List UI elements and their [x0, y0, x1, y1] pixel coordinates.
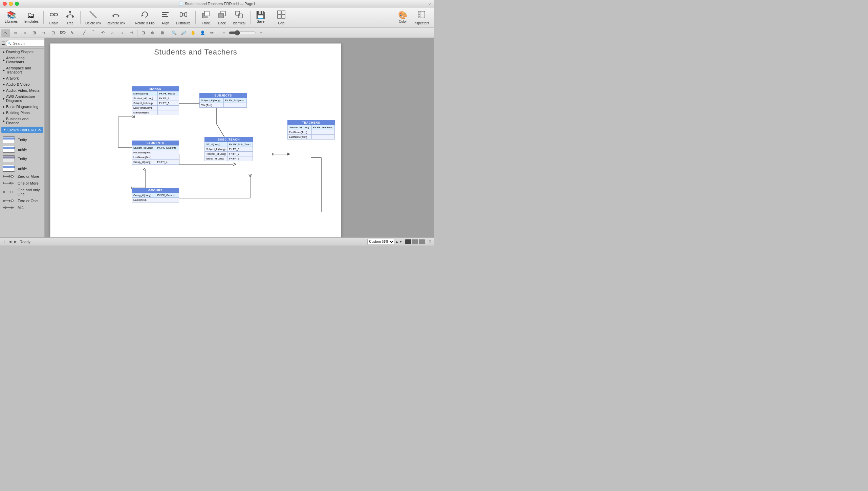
templates-button[interactable]: 🗂 Templates — [21, 8, 41, 27]
zoom-up-icon[interactable]: ▲ — [395, 240, 398, 243]
shape-entity-3[interactable]: Entity — [1, 154, 43, 164]
zoom-in-btn[interactable]: + — [257, 29, 265, 37]
zoom-select[interactable]: Custom 61% 100% 75% 50% 25% Fit Page — [367, 239, 394, 245]
line-tool[interactable]: ╱ — [80, 29, 88, 37]
chain-button[interactable]: Chain — [46, 8, 61, 27]
pause-btn[interactable]: ⏸ — [3, 240, 6, 243]
front-button[interactable]: Front — [198, 8, 213, 27]
delete-link-button[interactable]: Delete link — [83, 8, 103, 27]
ortho-tool[interactable]: ⊣ — [127, 29, 136, 37]
crop-tool[interactable]: ⊡ — [49, 29, 58, 37]
shape-zero-or-more[interactable]: Zero or More — [1, 173, 43, 180]
next-btn[interactable]: ▶ — [14, 240, 17, 243]
color-button[interactable]: 🎨 Color — [395, 8, 410, 27]
undo-tool[interactable]: ↶ — [99, 29, 107, 37]
arc-tool[interactable]: ⌓ — [108, 29, 117, 37]
svg-rect-25 — [238, 14, 242, 18]
sidebar-item-basic-diagramming[interactable]: ▶ Basic Diagramming — [0, 104, 44, 110]
rotate-flip-button[interactable]: Rotate & Flip — [133, 8, 157, 27]
search-input[interactable] — [6, 40, 45, 47]
sidebar-item-drawing-shapes[interactable]: ▶ Drawing Shapes — [0, 49, 44, 55]
back-button[interactable]: Back — [215, 8, 230, 27]
close-button[interactable] — [3, 2, 7, 6]
minimize-button[interactable] — [9, 2, 13, 6]
table-tool[interactable]: ⊞ — [30, 29, 39, 37]
sidebar-content: ▶ Drawing Shapes ▶ Accounting Flowcharts… — [0, 49, 44, 237]
reverse-link-button[interactable]: Reverse link — [105, 8, 127, 27]
zoom-out-btn[interactable]: − — [219, 29, 228, 37]
align-button[interactable]: Align — [158, 8, 173, 27]
svg-rect-21 — [204, 11, 209, 16]
maximize-button[interactable] — [15, 2, 19, 6]
select-tool[interactable]: ↖ — [1, 29, 10, 37]
zoom-out-tool[interactable]: 🔍 — [170, 29, 178, 37]
prev-btn[interactable]: ◀ — [9, 240, 12, 243]
sidebar-item-audio-video-media[interactable]: ▶ Audio, Video, Media — [0, 87, 44, 93]
sidebar-item-audio-video[interactable]: ▶ Audio & Video — [0, 81, 44, 87]
shape-entity-1[interactable]: Entity — [1, 135, 43, 145]
transform-tool[interactable]: ⊠ — [158, 29, 167, 37]
edit-tool[interactable]: ✎ — [68, 29, 77, 37]
diagram-title: Students and Teachers — [50, 44, 341, 59]
shape-entity-2[interactable]: Entity — [1, 145, 43, 154]
shape-one-or-more[interactable]: One or More — [1, 180, 43, 187]
table-row: Name(Text) — [132, 198, 179, 202]
table-row: LastName(Text) — [288, 135, 335, 140]
expand-button[interactable]: ⤢ — [429, 2, 431, 5]
shape-zero-or-one[interactable]: Zero or One — [1, 197, 43, 204]
sidebar-item-business[interactable]: ▶ Business and Finance — [0, 116, 44, 126]
shape-m1[interactable]: M:1 — [1, 204, 43, 211]
subjects-table[interactable]: SUBJECTS Subject_Id(Long)PK:PK_Subjects … — [199, 93, 247, 108]
close-library-btn[interactable]: ✕ — [38, 128, 41, 132]
shape-entity-4[interactable]: Entity — [1, 164, 43, 173]
sidebar-item-aws[interactable]: ▶ AWS Architecture Diagrams — [0, 93, 44, 104]
table-row: Group_Id(Long)PK:PK_Groups — [132, 193, 179, 198]
m1-preview — [3, 207, 15, 208]
separator-3 — [130, 11, 130, 24]
connector-tool[interactable]: ⤷ — [117, 29, 126, 37]
groups-table[interactable]: GROUPS Group_Id(Long)PK:PK_Groups Name(T… — [132, 188, 179, 202]
view-btn-3[interactable] — [419, 239, 425, 244]
user-tool[interactable]: 👤 — [198, 29, 207, 37]
main-area: ☰ ⊞ 🔍 ▶ Drawing Shapes ▶ Accounting Flow… — [0, 38, 434, 237]
view-btn-1[interactable] — [405, 239, 411, 244]
slice-tool[interactable]: ⌦ — [58, 29, 67, 37]
sidebar-item-artwork[interactable]: ▶ Artwork — [0, 75, 44, 81]
sidebar-item-crows-foot-erd[interactable]: ▼ Crow's Foot ERD ✕ — [1, 127, 43, 133]
libraries-button[interactable]: 📚 Libraries — [3, 8, 20, 27]
view-btn-2[interactable] — [412, 239, 418, 244]
teachers-table[interactable]: TEACHERS Teacher_Id(Long)PK:PK_Teachers … — [287, 120, 335, 140]
sidebar-list-btn[interactable]: ☰ — [1, 39, 5, 47]
zoom-fit-tool[interactable]: ⊡ — [139, 29, 148, 37]
pen-tool[interactable]: ✏ — [208, 29, 216, 37]
grid-button[interactable]: Grid — [274, 8, 289, 27]
tree-button[interactable]: Tree — [63, 8, 78, 27]
table-row: ST_Id(Long)PK:PK_Subj_Teach — [205, 142, 253, 147]
zoom-slider[interactable] — [229, 30, 256, 35]
zoom-in-tool[interactable]: 🔎 — [179, 29, 188, 37]
shape-one-and-only-one[interactable]: One and only One — [1, 187, 43, 197]
oval-tool[interactable]: ○ — [20, 29, 29, 37]
inspectors-button[interactable]: Inspectors — [412, 8, 431, 27]
subj-teach-table[interactable]: SUBJ_TEACH ST_Id(Long)PK:PK_Subj_Teach S… — [204, 137, 253, 161]
marks-table[interactable]: MARKS MarkId(Long)PK:PK_Marks Student_Id… — [132, 86, 179, 115]
sidebar-item-aerospace[interactable]: ▶ Aerospace and Transport — [0, 65, 44, 75]
sidebar-item-accounting[interactable]: ▶ Accounting Flowcharts — [0, 55, 44, 65]
rect-select-tool[interactable]: ▭ — [11, 29, 20, 37]
save-button[interactable]: 💾 Save — [253, 8, 268, 27]
zoom-select-tool[interactable]: ⊕ — [148, 29, 157, 37]
svg-rect-29 — [282, 15, 285, 18]
hand-tool[interactable]: ✋ — [189, 29, 197, 37]
curve-tool[interactable]: ⌒ — [89, 29, 98, 37]
status-bar: ⏸ ◀ ▶ Ready Custom 61% 100% 75% 50% 25% … — [0, 237, 434, 245]
canvas-area[interactable]: Students and Teachers — [45, 38, 434, 237]
svg-line-69 — [132, 115, 134, 117]
zoom-down-icon[interactable]: ▼ — [399, 240, 403, 243]
sidebar-item-building-plans[interactable]: ▶ Building Plans — [0, 110, 44, 116]
resize-handle[interactable]: ⠿ — [429, 240, 431, 243]
identical-button[interactable]: Identical — [231, 8, 247, 27]
students-table[interactable]: STUDENTS Student_Id(Long)PK:PK_Students … — [132, 141, 179, 165]
front-icon — [201, 10, 211, 21]
distribute-button[interactable]: Distribute — [174, 8, 192, 27]
connect-tool[interactable]: ⊸ — [39, 29, 48, 37]
